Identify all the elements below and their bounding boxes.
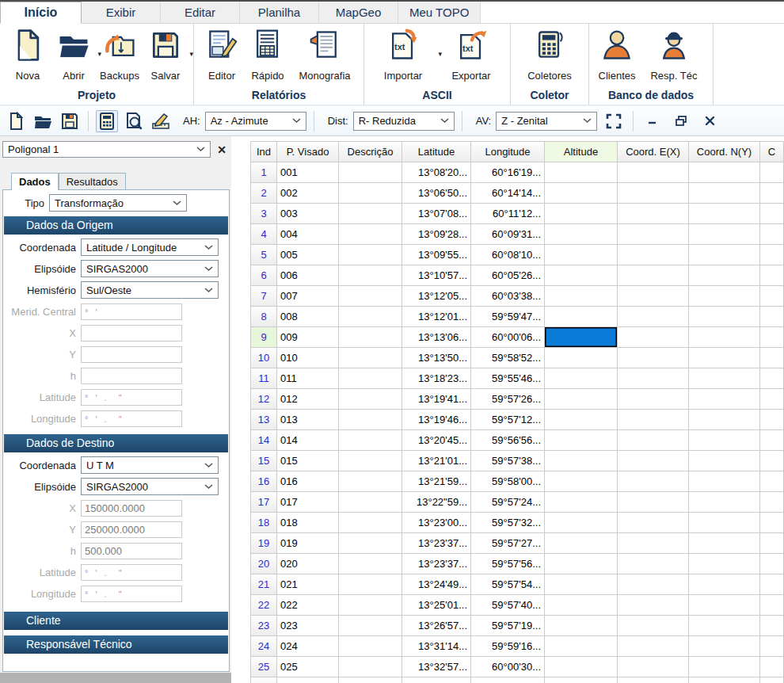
grid-cell[interactable]: [689, 368, 760, 389]
grid-row-header[interactable]: 21: [250, 574, 277, 595]
grid-cell[interactable]: 59°57'19...: [471, 616, 545, 636]
grid-cell[interactable]: [760, 286, 784, 307]
longitude-field[interactable]: [81, 410, 182, 427]
tab-inicio[interactable]: Início: [0, 2, 82, 24]
grid-cell[interactable]: [689, 574, 760, 595]
grid-cell[interactable]: [689, 245, 760, 265]
grid-row-header[interactable]: 15: [250, 451, 277, 471]
grid-cell[interactable]: 13°09'28...: [402, 224, 471, 245]
monografia-button[interactable]: Monografia: [291, 25, 359, 82]
grid-cell[interactable]: [760, 513, 784, 533]
grid-cell[interactable]: [689, 410, 760, 430]
grid-cell[interactable]: 59°57'24...: [471, 492, 545, 513]
grid-cell[interactable]: 006: [277, 265, 339, 286]
grid-cell[interactable]: [760, 389, 784, 410]
grid-cell[interactable]: [760, 677, 784, 683]
grid-column-header-descri-o[interactable]: Descrição: [339, 141, 402, 162]
grid-cell[interactable]: 13°32'57...: [402, 657, 471, 677]
grid-cell[interactable]: [760, 224, 784, 245]
grid-cell[interactable]: [545, 286, 618, 307]
grid-cell[interactable]: [339, 368, 402, 389]
grid-cell[interactable]: [618, 307, 689, 327]
grid-cell[interactable]: [339, 513, 402, 533]
rapido-button[interactable]: Rápido: [245, 25, 291, 82]
grid-cell[interactable]: [618, 657, 689, 677]
grid-cell[interactable]: [339, 327, 402, 348]
grid-row-header[interactable]: 26: [250, 677, 277, 683]
grid-cell[interactable]: 13°26'57...: [402, 616, 471, 636]
y-field[interactable]: [81, 346, 182, 363]
grid-cell[interactable]: [339, 183, 402, 204]
grid-cell[interactable]: [545, 616, 618, 636]
grid-column-header-c[interactable]: C: [760, 141, 784, 162]
grid-cell[interactable]: 13°13'06...: [402, 327, 471, 348]
grid-cell[interactable]: [339, 554, 402, 574]
grid-cell[interactable]: 007: [277, 286, 339, 307]
grid-cell[interactable]: 021: [277, 574, 339, 595]
grid-cell[interactable]: 13°20'45...: [402, 430, 471, 451]
grid-cell[interactable]: 13°25'01...: [402, 595, 471, 616]
salvar-button[interactable]: Salvar ▾: [143, 25, 188, 82]
grid-row-header[interactable]: 8: [250, 307, 277, 327]
grid-cell[interactable]: [545, 265, 618, 286]
grid-row-header[interactable]: 17: [250, 492, 277, 513]
grid-cell[interactable]: [618, 286, 689, 307]
grid-cell[interactable]: 025: [277, 657, 339, 677]
grid-cell[interactable]: [545, 677, 618, 683]
tab-resultados[interactable]: Resultados: [59, 173, 126, 190]
grid-cell[interactable]: [545, 451, 618, 471]
grid-cell[interactable]: 59°56'56...: [471, 430, 545, 451]
grid-column-header-longitude[interactable]: Longitude: [471, 141, 545, 162]
grid-cell[interactable]: 60°05'26...: [471, 265, 545, 286]
grid-cell[interactable]: 016: [277, 471, 339, 492]
grid-cell[interactable]: [618, 410, 689, 430]
grid-row-header[interactable]: 3: [250, 204, 277, 224]
grid-cell[interactable]: [545, 554, 618, 574]
grid-cell[interactable]: [760, 492, 784, 513]
grid-cell[interactable]: 13°10'57...: [402, 265, 471, 286]
grid-cell[interactable]: [760, 595, 784, 616]
grid-cell[interactable]: 60°00'30...: [471, 657, 545, 677]
grid-cell[interactable]: [545, 410, 618, 430]
grid-cell[interactable]: [339, 286, 402, 307]
grid-cell[interactable]: [689, 183, 760, 204]
grid-cell[interactable]: 005: [277, 245, 339, 265]
grid-cell[interactable]: [618, 616, 689, 636]
grid-row-header[interactable]: 19: [250, 533, 277, 554]
grid-cell[interactable]: 022: [277, 595, 339, 616]
grid-cell[interactable]: [339, 162, 402, 183]
merid-central-field[interactable]: [81, 303, 182, 320]
grid-cell[interactable]: 59°57'40...: [471, 595, 545, 616]
grid-row-header[interactable]: 4: [250, 224, 277, 245]
grid-cell[interactable]: [339, 657, 402, 677]
grid-cell[interactable]: [545, 657, 618, 677]
grid-cell[interactable]: [339, 616, 402, 636]
grid-cell[interactable]: [545, 430, 618, 451]
longitude-field[interactable]: [81, 586, 182, 602]
grid-cell[interactable]: [618, 595, 689, 616]
minimize-button[interactable]: [641, 112, 664, 131]
grid-cell[interactable]: [689, 513, 760, 533]
grid-cell[interactable]: 59°58'52...: [471, 348, 545, 368]
grid-cell[interactable]: [618, 471, 689, 492]
grid-cell[interactable]: 59°57'54...: [471, 574, 545, 595]
grid-cell[interactable]: 13°24'49...: [402, 574, 471, 595]
save-file-button[interactable]: [59, 110, 81, 132]
tab-exibir[interactable]: Exibir: [82, 2, 161, 23]
grid-cell[interactable]: [760, 348, 784, 368]
tipo-select[interactable]: Transformação: [49, 194, 187, 212]
grid-cell[interactable]: [760, 204, 784, 224]
grid-cell[interactable]: [545, 636, 618, 657]
grid-cell[interactable]: [618, 533, 689, 554]
grid-cell[interactable]: 13°22"59...: [402, 492, 471, 513]
grid-cell[interactable]: [689, 533, 760, 554]
grid-cell[interactable]: [339, 245, 402, 265]
grid-cell[interactable]: 024: [277, 636, 339, 657]
grid-cell[interactable]: [339, 430, 402, 451]
tab-meu-topo[interactable]: Meu TOPO: [398, 2, 481, 23]
elips-ide-select[interactable]: SIRGAS2000: [81, 260, 219, 277]
grid-cell[interactable]: 015: [277, 451, 339, 471]
grid-row-header[interactable]: 1: [250, 162, 277, 183]
grid-cell[interactable]: 019: [277, 533, 339, 554]
grid-cell[interactable]: 004: [277, 224, 339, 245]
